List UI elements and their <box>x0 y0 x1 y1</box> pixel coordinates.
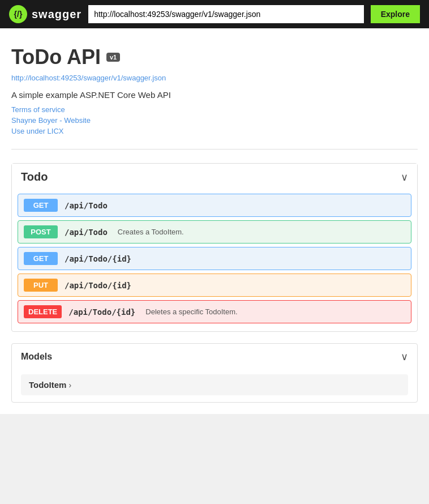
todo-section-title: Todo <box>21 170 48 183</box>
todo-section: Todo ∨ GET /api/Todo POST /api/Todo Crea… <box>11 163 418 332</box>
explore-button[interactable]: Explore <box>371 5 420 23</box>
models-header[interactable]: Models ∨ <box>12 344 417 370</box>
endpoint-path-3: /api/Todo/{id} <box>65 254 131 263</box>
endpoint-desc-5: Deletes a specific TodoItem. <box>145 307 237 316</box>
endpoint-delete-todo-id[interactable]: DELETE /api/Todo/{id} Deletes a specific… <box>18 300 411 323</box>
method-badge-delete: DELETE <box>24 305 62 318</box>
url-input[interactable] <box>88 5 363 23</box>
navbar-logo: {/} swagger <box>9 5 81 23</box>
api-title-row: ToDo API v1 <box>11 45 418 69</box>
model-item-todoitem[interactable]: TodoItem › <box>21 374 408 395</box>
models-section: Models ∨ TodoItem › <box>11 343 418 403</box>
endpoint-path-1: /api/Todo <box>65 201 108 210</box>
model-name-todoitem: TodoItem <box>29 380 66 390</box>
api-url-link[interactable]: http://localhost:49253/swagger/v1/swagge… <box>11 74 418 82</box>
models-chevron-icon: ∨ <box>401 351 408 363</box>
endpoint-path-4: /api/Todo/{id} <box>65 281 131 290</box>
navbar: {/} swagger Explore <box>0 0 429 28</box>
website-link[interactable]: Shayne Boyer - Website <box>11 116 418 125</box>
method-badge-post: POST <box>24 225 58 238</box>
endpoint-desc-2: Creates a TodoItem. <box>118 228 184 236</box>
swagger-icon: {/} <box>9 5 27 23</box>
endpoint-post-todo[interactable]: POST /api/Todo Creates a TodoItem. <box>18 220 411 244</box>
endpoint-put-todo-id[interactable]: PUT /api/Todo/{id} <box>18 274 411 297</box>
api-description: A simple example ASP.NET Core Web API <box>11 90 418 100</box>
api-title: ToDo API <box>11 45 101 69</box>
terms-of-service-link[interactable]: Terms of service <box>11 105 418 114</box>
todo-chevron-icon: ∨ <box>401 171 408 183</box>
todo-section-header[interactable]: Todo ∨ <box>12 164 417 190</box>
models-title: Models <box>21 352 52 362</box>
endpoint-path-2: /api/Todo <box>65 228 108 237</box>
method-badge-put: PUT <box>24 279 58 292</box>
main-content: ToDo API v1 http://localhost:49253/swagg… <box>0 28 429 414</box>
swagger-icon-symbol: {/} <box>14 10 23 19</box>
endpoint-path-5: /api/Todo/{id} <box>68 307 135 317</box>
model-expand-icon: › <box>68 381 71 390</box>
navbar-brand: swagger <box>32 8 81 21</box>
version-badge: v1 <box>106 53 120 62</box>
method-badge-get-2: GET <box>24 252 58 265</box>
section-divider <box>11 149 418 150</box>
api-links: Terms of service Shayne Boyer - Website … <box>11 105 418 135</box>
endpoint-get-todo[interactable]: GET /api/Todo <box>18 194 411 217</box>
method-badge-get-1: GET <box>24 199 58 212</box>
endpoint-get-todo-id[interactable]: GET /api/Todo/{id} <box>18 247 411 270</box>
license-link[interactable]: Use under LICX <box>11 127 418 135</box>
